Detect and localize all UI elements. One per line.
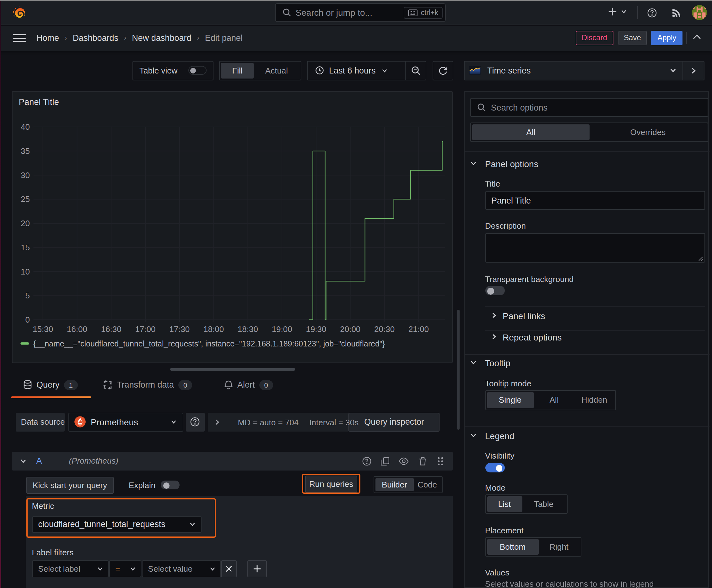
svg-text:5: 5 [25,291,29,300]
svg-text:40: 40 [20,122,29,132]
svg-text:18:00: 18:00 [203,324,223,334]
svg-text:21:00: 21:00 [408,324,429,334]
svg-text:10: 10 [20,267,29,276]
svg-text:{__name__="cloudflared_tunnel_: {__name__="cloudflared_tunnel_total_requ… [33,339,385,348]
svg-text:18:30: 18:30 [237,324,258,334]
svg-text:16:00: 16:00 [67,324,87,334]
svg-text:15: 15 [20,243,29,252]
svg-text:30: 30 [20,171,29,180]
svg-text:35: 35 [20,146,29,156]
svg-text:20: 20 [20,218,29,228]
svg-text:20:00: 20:00 [340,324,360,334]
svg-text:19:30: 19:30 [306,324,326,334]
svg-text:19:00: 19:00 [272,324,292,334]
svg-text:17:00: 17:00 [135,324,155,334]
svg-text:16:30: 16:30 [101,324,121,334]
svg-text:15:30: 15:30 [33,324,53,334]
svg-text:20:30: 20:30 [374,324,394,334]
svg-text:0: 0 [25,315,29,324]
svg-text:25: 25 [20,194,29,204]
svg-text:17:30: 17:30 [169,324,190,334]
